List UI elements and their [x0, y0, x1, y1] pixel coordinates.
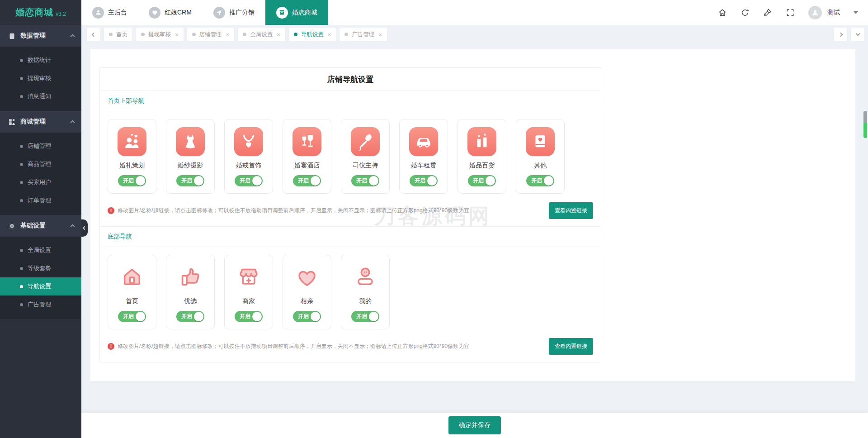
sidebar-item-ad-manage[interactable]: 广告管理 — [0, 295, 81, 314]
home-outline-icon[interactable] — [118, 263, 146, 292]
sidebar-group-data[interactable]: 数据管理 — [0, 25, 81, 47]
nav-card-profile[interactable]: 我的 开启 — [341, 255, 390, 329]
sidebar-item-message-notice[interactable]: 消息通知 — [0, 87, 81, 105]
tab-dot-icon — [344, 33, 348, 36]
nav-card-toggle[interactable]: 开启 — [410, 175, 438, 186]
car-icon[interactable] — [409, 127, 438, 156]
necklace-icon[interactable] — [234, 127, 263, 156]
store-icon — [276, 7, 288, 19]
nav-card-toggle[interactable]: 开启 — [468, 175, 496, 186]
nav-card-home[interactable]: 首页 开启 — [108, 255, 156, 329]
sidebar-group-label: 商城管理 — [20, 118, 71, 126]
view-links-button[interactable]: 查看内置链接 — [549, 202, 593, 219]
sidebar-item-global-settings[interactable]: 全局设置 — [0, 241, 81, 259]
wine-glasses-icon[interactable] — [292, 127, 321, 156]
nav-card-toggle[interactable]: 开启 — [235, 175, 263, 186]
person-outline-icon[interactable] — [351, 263, 380, 292]
toggle-knob — [544, 176, 553, 186]
tab-home[interactable]: 首页 — [104, 28, 132, 41]
close-icon[interactable]: × — [378, 31, 382, 38]
clear-cache-icon[interactable] — [763, 8, 772, 17]
header-actions: 测试 — [718, 0, 868, 25]
wedding-dress-icon[interactable] — [176, 127, 205, 156]
nav-card-mc-host[interactable]: 司仪主持 开启 — [341, 119, 390, 194]
nav-card-toggle[interactable]: 开启 — [351, 311, 379, 322]
sidebar-group-mall[interactable]: 商城管理 — [0, 111, 81, 133]
scrollbar-thumb[interactable] — [863, 111, 867, 138]
nav-card-toggle[interactable]: 开启 — [293, 175, 321, 186]
nav-card-wedding-goods[interactable]: 婚品百货 开启 — [458, 119, 506, 194]
close-icon[interactable]: × — [328, 31, 331, 38]
nav-card-matchmaking[interactable]: 相亲 开启 — [283, 255, 331, 329]
nav-card-banquet-hotel[interactable]: 婚宴酒店 开启 — [283, 119, 331, 194]
view-links-button[interactable]: 查看内置链接 — [549, 338, 593, 355]
sidebar-item-buyer-users[interactable]: 买家用户 — [0, 173, 81, 191]
nav-card-toggle[interactable]: 开启 — [526, 175, 554, 186]
thumb-up-outline-icon[interactable] — [176, 263, 205, 292]
tab-global-settings[interactable]: 全局设置 × — [238, 28, 285, 41]
home-icon[interactable] — [718, 8, 727, 17]
nav-card-toggle[interactable]: 开启 — [176, 175, 204, 186]
heart-icon — [149, 7, 160, 19]
tab-nav-settings[interactable]: 导航设置 × — [289, 28, 336, 41]
share-icon — [213, 7, 225, 19]
nav-card-featured[interactable]: 优选 开启 — [166, 255, 215, 329]
book-icon[interactable] — [526, 127, 555, 156]
nav-card-merchant[interactable]: 商家 开启 — [224, 255, 273, 329]
close-icon[interactable]: × — [277, 31, 280, 38]
nav-card-wedding-car[interactable]: 婚车租赁 开启 — [399, 119, 448, 194]
heart-outline-icon[interactable] — [292, 263, 321, 292]
sidebar-item-data-stats[interactable]: 数据统计 — [0, 51, 81, 69]
fullscreen-icon[interactable] — [786, 8, 795, 17]
close-icon[interactable]: × — [226, 31, 230, 38]
sidebar-item-goods-manage[interactable]: 商品管理 — [0, 155, 81, 173]
toggle-knob — [369, 312, 378, 321]
candles-icon[interactable] — [467, 127, 496, 156]
sidebar-item-nav-settings[interactable]: 导航设置 — [0, 277, 81, 295]
apptab-marriage-mall[interactable]: 婚恋商城 — [265, 0, 328, 25]
avatar[interactable] — [808, 6, 822, 19]
save-button[interactable]: 确定并保存 — [448, 416, 501, 434]
tab-shop-manage[interactable]: 店铺管理 × — [187, 28, 235, 41]
nav-card-wedding-rings[interactable]: 婚戒首饰 开启 — [224, 119, 273, 194]
nav-card-toggle[interactable]: 开启 — [176, 311, 204, 322]
tabs-scroll-right-button[interactable] — [834, 28, 847, 41]
tab-withdraw-review[interactable]: 提现审核 × — [136, 28, 184, 41]
tabs-menu-button[interactable] — [851, 28, 864, 41]
clipboard-icon — [8, 32, 16, 40]
apptab-promotion[interactable]: 推广分销 — [203, 0, 265, 25]
chevron-left-icon — [91, 32, 96, 37]
sidebar-group-settings[interactable]: 基础设置 — [0, 215, 81, 237]
nav-card-toggle[interactable]: 开启 — [118, 311, 146, 322]
sidebar-item-order-manage[interactable]: 订单管理 — [0, 191, 81, 209]
close-icon[interactable]: × — [175, 31, 179, 38]
bullet-icon — [20, 77, 23, 80]
nav-card-wedding-planning[interactable]: 婚礼策划 开启 — [108, 119, 156, 194]
nav-card-toggle[interactable]: 开启 — [351, 175, 379, 186]
nav-card-label: 我的 — [341, 297, 389, 305]
nav-card-other[interactable]: 其他 开启 — [516, 119, 565, 194]
sidebar-item-level-package[interactable]: 等级套餐 — [0, 259, 81, 277]
chevron-down-icon[interactable] — [854, 11, 858, 14]
storefront-outline-icon[interactable] — [234, 263, 263, 292]
toggle-knob — [369, 176, 378, 186]
apptab-main-admin[interactable]: 主后台 — [81, 0, 138, 25]
microphone-icon[interactable] — [351, 127, 380, 156]
sidebar-item-shop-manage[interactable]: 店铺管理 — [0, 137, 81, 155]
refresh-icon[interactable] — [741, 8, 750, 17]
tab-dot-icon — [141, 33, 145, 36]
couple-icon[interactable] — [118, 127, 146, 156]
sidebar-item-withdraw-review[interactable]: 提现审核 — [0, 69, 81, 87]
nav-card-toggle[interactable]: 开启 — [118, 175, 146, 186]
tab-ad-manage[interactable]: 广告管理 × — [340, 28, 387, 41]
sidebar-collapse-handle[interactable] — [81, 219, 88, 237]
nav-card-toggle[interactable]: 开启 — [235, 311, 263, 322]
bottom-nav-hint-row: ! 修改图片/名称/超链接，请点击图标修改；可以按住不放拖动项目调整前后顺序，开… — [100, 337, 601, 362]
nav-card-wedding-photography[interactable]: 婚纱摄影 开启 — [166, 119, 215, 194]
apptab-matchmaker-crm[interactable]: 红娘CRM — [138, 0, 203, 25]
tabs-scroll-left-button[interactable] — [87, 28, 100, 41]
nav-card-toggle[interactable]: 开启 — [293, 311, 321, 322]
tabbar-right-controls — [834, 28, 864, 41]
bullet-icon — [20, 303, 23, 306]
toggle-knob — [311, 176, 320, 186]
